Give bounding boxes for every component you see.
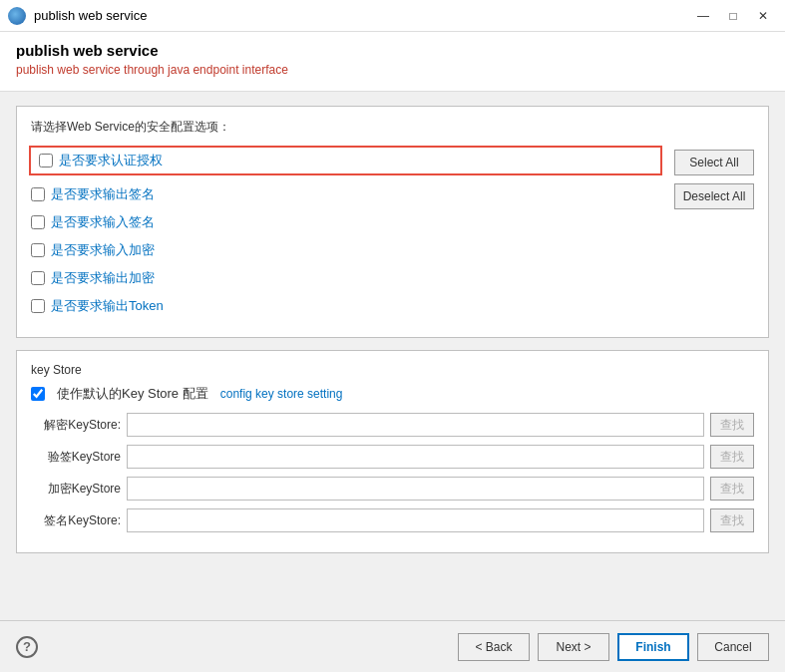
checkbox-output-encrypt-label: 是否要求输出加密 xyxy=(51,269,155,287)
main-window: publish web service — □ ✕ publish web se… xyxy=(0,0,785,672)
finish-button[interactable]: Finish xyxy=(617,633,689,661)
ks-decrypt-find-btn[interactable]: 查找 xyxy=(710,413,754,437)
use-default-checkbox[interactable] xyxy=(31,387,45,401)
checkbox-input-sign[interactable] xyxy=(31,215,45,229)
ks-row-encrypt: 加密KeyStore 查找 xyxy=(31,477,754,501)
use-default-label: 使作默认的Key Store 配置 xyxy=(57,385,208,403)
header-subtitle: publish web service through java endpoin… xyxy=(16,63,769,77)
checkbox-output-sign[interactable] xyxy=(31,187,45,201)
footer: ? < Back Next > Finish Cancel xyxy=(0,620,785,672)
title-bar-left: publish web service xyxy=(8,7,147,25)
checkbox-item-output-token[interactable]: 是否要求输出Token xyxy=(31,297,662,315)
checkbox-auth[interactable] xyxy=(39,154,53,168)
window-title: publish web service xyxy=(34,8,147,23)
cancel-button[interactable]: Cancel xyxy=(697,633,769,661)
header-section: publish web service publish web service … xyxy=(0,32,785,92)
minimize-button[interactable]: — xyxy=(689,5,717,27)
ks-sign-find-btn[interactable]: 查找 xyxy=(710,508,754,532)
help-icon[interactable]: ? xyxy=(16,636,38,658)
security-panel-label: 请选择Web Service的安全配置选项： xyxy=(31,119,754,136)
ks-header: 使作默认的Key Store 配置 config key store setti… xyxy=(31,385,754,403)
checkbox-output-token-label: 是否要求输出Token xyxy=(51,297,164,315)
ks-sign-input[interactable] xyxy=(127,508,704,532)
title-bar: publish web service — □ ✕ xyxy=(0,0,785,32)
checkbox-output-encrypt[interactable] xyxy=(31,271,45,285)
ks-decrypt-input[interactable] xyxy=(127,413,704,437)
ks-verify-label: 验签KeyStore xyxy=(31,449,121,466)
checkbox-input-sign-label: 是否要求输入签名 xyxy=(51,213,155,231)
checkbox-item-auth[interactable]: 是否要求认证授权 xyxy=(29,146,662,175)
checkbox-input-encrypt[interactable] xyxy=(31,243,45,257)
checkbox-auth-label: 是否要求认证授权 xyxy=(59,152,163,169)
checkbox-output-sign-label: 是否要求输出签名 xyxy=(51,185,155,203)
content-area: 请选择Web Service的安全配置选项： 是否要求认证授权 是否要求输出签名… xyxy=(0,92,785,620)
ks-row-sign: 签名KeyStore: 查找 xyxy=(31,508,754,532)
checkbox-input-encrypt-label: 是否要求输入加密 xyxy=(51,241,155,259)
checkbox-item-output-encrypt[interactable]: 是否要求输出加密 xyxy=(31,269,662,287)
footer-left: ? xyxy=(16,636,38,658)
checkbox-output-token[interactable] xyxy=(31,299,45,313)
ks-row-decrypt: 解密KeyStore: 查找 xyxy=(31,413,754,437)
checkbox-item-input-encrypt[interactable]: 是否要求输入加密 xyxy=(31,241,662,259)
side-buttons: Select All Deselect All xyxy=(674,146,754,325)
checkboxes-area: 是否要求认证授权 是否要求输出签名 是否要求输入签名 是否要求输入加密 xyxy=(31,146,662,325)
config-keystore-link[interactable]: config key store setting xyxy=(220,387,343,401)
ks-encrypt-find-btn[interactable]: 查找 xyxy=(710,477,754,501)
checkbox-item-output-sign[interactable]: 是否要求输出签名 xyxy=(31,185,662,203)
ks-sign-label: 签名KeyStore: xyxy=(31,512,121,529)
ks-decrypt-label: 解密KeyStore: xyxy=(31,417,121,434)
select-all-button[interactable]: Select All xyxy=(674,150,754,175)
app-icon xyxy=(8,7,26,25)
ks-encrypt-input[interactable] xyxy=(127,477,704,501)
keystore-panel-title: key Store xyxy=(31,363,754,377)
deselect-all-button[interactable]: Deselect All xyxy=(674,183,754,209)
next-button[interactable]: Next > xyxy=(538,633,609,661)
security-panel: 请选择Web Service的安全配置选项： 是否要求认证授权 是否要求输出签名… xyxy=(16,106,769,338)
security-panel-inner: 是否要求认证授权 是否要求输出签名 是否要求输入签名 是否要求输入加密 xyxy=(31,146,754,325)
back-button[interactable]: < Back xyxy=(458,633,530,661)
keystore-panel: key Store 使作默认的Key Store 配置 config key s… xyxy=(16,350,769,553)
ks-row-verify: 验签KeyStore 查找 xyxy=(31,445,754,469)
header-title: publish web service xyxy=(16,42,769,59)
ks-verify-input[interactable] xyxy=(127,445,704,469)
ks-verify-find-btn[interactable]: 查找 xyxy=(710,445,754,469)
title-bar-controls: — □ ✕ xyxy=(689,5,777,27)
ks-encrypt-label: 加密KeyStore xyxy=(31,481,121,498)
maximize-button[interactable]: □ xyxy=(719,5,747,27)
checkbox-item-input-sign[interactable]: 是否要求输入签名 xyxy=(31,213,662,231)
close-button[interactable]: ✕ xyxy=(749,5,777,27)
footer-right: < Back Next > Finish Cancel xyxy=(458,633,769,661)
